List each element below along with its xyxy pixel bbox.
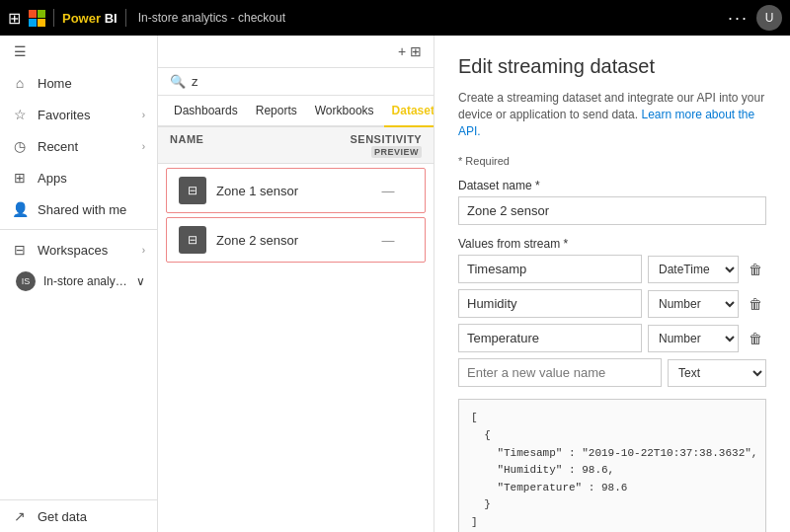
add-button[interactable]: + ⊞ — [398, 43, 422, 59]
avatar[interactable]: U — [756, 5, 782, 31]
powerbi-label: Power BI — [62, 11, 118, 26]
sidebar-item-apps[interactable]: ⊞ Apps — [0, 162, 157, 193]
sidebar-home-label: Home — [38, 76, 145, 91]
tabs-row: Dashboards Reports Workbooks Datasets Da… — [158, 96, 434, 127]
star-icon: ☆ — [12, 107, 28, 122]
json-preview: [ { "Timesamp" : "2019-10-22T10:37:38.36… — [458, 399, 766, 532]
new-value-row: Text DateTime Number Boolean — [458, 358, 766, 387]
content-area: + ⊞ 🔍 Dashboards Reports Workbooks Datas… — [158, 36, 790, 532]
stream-type-select-2[interactable]: DateTime Number Text Boolean — [648, 325, 739, 352]
stream-name-input-0[interactable] — [458, 255, 642, 283]
dataset-name-label: Dataset name * — [458, 179, 766, 192]
topbar-divider — [53, 9, 54, 27]
sidebar-get-data-label: Get data — [38, 509, 145, 524]
preview-badge: preview — [371, 146, 422, 158]
sidebar-item-recent[interactable]: ◷ Recent › — [0, 130, 157, 162]
dataset-name-input[interactable] — [458, 196, 766, 225]
chevron-right-icon2: › — [142, 141, 145, 152]
sidebar-item-get-data[interactable]: ↗ Get data — [0, 499, 157, 532]
dataset-icon: ⊟ — [179, 177, 206, 204]
apps-icon: ⊞ — [12, 170, 28, 186]
sidebar-item-home[interactable]: ⌂ Home — [0, 67, 157, 99]
stream-name-input-1[interactable] — [458, 289, 642, 318]
tab-dashboards[interactable]: Dashboards — [166, 96, 246, 127]
grid-icon[interactable]: ⊞ — [8, 9, 21, 28]
sidebar-toggle[interactable]: ☰ — [0, 36, 157, 67]
dataset-sensitivity: — — [363, 184, 413, 198]
tab-datasets[interactable]: Datasets — [384, 96, 434, 127]
workspaces-icon: ⊟ — [12, 242, 28, 258]
required-note: * Required — [458, 155, 766, 167]
stream-delete-0[interactable]: 🗑 — [745, 258, 766, 281]
home-icon: ⌂ — [12, 75, 28, 91]
dataset-icon2: ⊟ — [179, 226, 206, 254]
sidebar-workspaces-label: Workspaces — [38, 243, 132, 258]
microsoft-logo — [29, 10, 45, 27]
topbar: ⊞ Power BI In-store analytics - checkout… — [0, 0, 790, 36]
sidebar-in-store-label: In-store analytics ... — [43, 274, 128, 288]
stream-type-select-1[interactable]: DateTime Number Text Boolean — [648, 290, 739, 318]
new-value-input[interactable] — [458, 358, 662, 387]
panel-title: Edit streaming dataset — [458, 55, 766, 78]
chevron-right-icon3: › — [142, 245, 145, 256]
sidebar-bottom: ↗ Get data — [0, 499, 157, 532]
sidebar-item-favorites[interactable]: ☆ Favorites › — [0, 99, 157, 130]
dataset-row[interactable]: ⊟ Zone 2 sensor — — [166, 217, 426, 263]
stream-delete-1[interactable]: 🗑 — [745, 292, 766, 316]
sidebar-recent-label: Recent — [38, 139, 132, 154]
search-input[interactable] — [192, 74, 422, 89]
dataset-sensitivity2: — — [363, 233, 413, 248]
chevron-down-icon: ∨ — [136, 274, 145, 288]
sidebar-favorites-label: Favorites — [38, 108, 132, 122]
values-from-stream-field: Values from stream * DateTime Number Tex… — [458, 237, 766, 387]
left-panel: + ⊞ 🔍 Dashboards Reports Workbooks Datas… — [158, 36, 434, 532]
dataset-row[interactable]: ⊟ Zone 1 sensor — — [166, 168, 426, 213]
more-options-button[interactable]: ··· — [728, 8, 749, 29]
stream-row-timesamp: DateTime Number Text Boolean 🗑 — [458, 255, 766, 283]
dataset-name2: Zone 2 sensor — [216, 233, 363, 248]
in-store-icon: IS — [16, 271, 36, 291]
sidebar-shared-label: Shared with me — [38, 202, 145, 217]
dataset-name-field: Dataset name * — [458, 179, 766, 225]
stream-type-select-0[interactable]: DateTime Number Text Boolean — [648, 256, 739, 283]
sidebar-item-shared[interactable]: 👤 Shared with me — [0, 193, 157, 225]
sidebar-apps-label: Apps — [38, 171, 145, 186]
sidebar-item-in-store[interactable]: IS In-store analytics ... ∨ — [0, 266, 157, 297]
tab-reports[interactable]: Reports — [248, 96, 305, 127]
left-panel-header: + ⊞ — [158, 36, 434, 68]
stream-row-humidity: DateTime Number Text Boolean 🗑 — [458, 289, 766, 318]
new-value-type-select[interactable]: Text DateTime Number Boolean — [668, 359, 766, 387]
app-name: In-store analytics - checkout — [138, 11, 285, 25]
panel-description: Create a streaming dataset and integrate… — [458, 90, 766, 139]
datasets-table: NAME SENSITIVITY preview ⊟ Zone 1 sensor… — [158, 127, 434, 532]
clock-icon: ◷ — [12, 138, 28, 154]
shared-icon: 👤 — [12, 201, 28, 217]
sensitivity-column-header: SENSITIVITY preview — [293, 133, 422, 157]
main-layout: ☰ ⌂ Home ☆ Favorites › ◷ Recent › ⊞ Apps… — [0, 36, 790, 532]
get-data-icon: ↗ — [12, 508, 28, 524]
table-header: NAME SENSITIVITY preview — [158, 127, 434, 164]
search-bar: 🔍 — [158, 68, 434, 96]
chevron-right-icon: › — [142, 110, 145, 120]
right-panel: Edit streaming dataset Create a streamin… — [434, 36, 790, 532]
sidebar-item-workspaces[interactable]: ⊟ Workspaces › — [0, 234, 157, 266]
stream-name-input-2[interactable] — [458, 324, 642, 352]
values-from-stream-label: Values from stream * — [458, 237, 766, 251]
name-column-header: NAME — [170, 133, 293, 157]
stream-delete-2[interactable]: 🗑 — [745, 327, 766, 350]
tab-workbooks[interactable]: Workbooks — [307, 96, 382, 127]
sidebar: ☰ ⌂ Home ☆ Favorites › ◷ Recent › ⊞ Apps… — [0, 36, 158, 532]
topbar-right: ··· U — [728, 5, 782, 31]
search-icon: 🔍 — [170, 74, 186, 89]
topbar-divider2 — [125, 9, 126, 27]
dataset-name: Zone 1 sensor — [216, 184, 363, 198]
stream-row-temperature: DateTime Number Text Boolean 🗑 — [458, 324, 766, 352]
hamburger-icon: ☰ — [12, 43, 28, 59]
